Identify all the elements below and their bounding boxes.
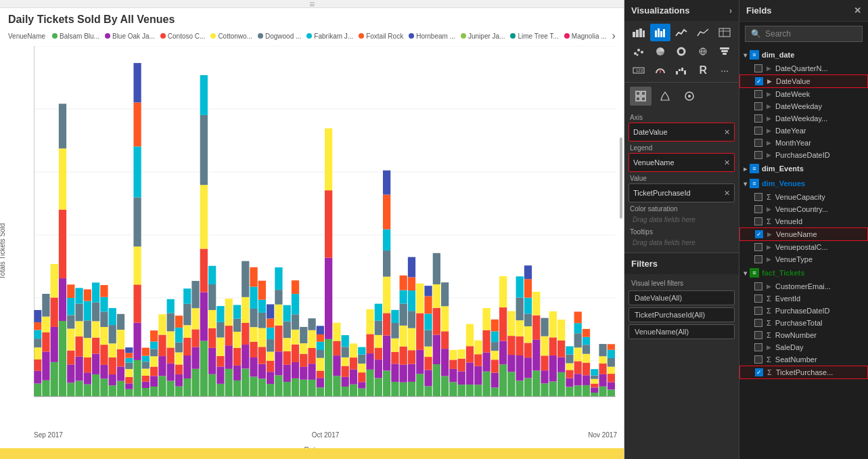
field-checkbox[interactable] [755, 230, 763, 238]
svg-rect-349 [507, 311, 515, 336]
viz-icon-table[interactable] [714, 24, 735, 41]
field-checkbox[interactable] [754, 64, 762, 72]
field-checkbox[interactable] [754, 343, 762, 351]
viz-icon-column[interactable] [650, 24, 670, 41]
field-checkbox[interactable] [754, 282, 762, 290]
svg-rect-222 [317, 387, 324, 396]
format-tab[interactable] [654, 87, 676, 106]
legend-value-box[interactable]: VenueName ✕ [629, 153, 735, 172]
viz-icon-r[interactable]: R [693, 62, 713, 79]
field-item[interactable]: ΣVenueCapacity [739, 191, 868, 203]
field-checkbox[interactable] [754, 255, 762, 263]
field-item[interactable]: ▶SaleDay [739, 341, 868, 353]
viz-icon-funnel[interactable] [714, 43, 735, 60]
field-checkbox[interactable] [754, 319, 762, 327]
svg-rect-118 [167, 313, 175, 331]
field-item[interactable]: ΣVenueId [739, 215, 868, 227]
field-item[interactable]: ΣPurchaseDateID [739, 305, 868, 317]
svg-rect-213 [300, 367, 307, 380]
axis-remove[interactable]: ✕ [724, 128, 730, 137]
filter-item-date[interactable]: DateValue(All) [629, 290, 735, 305]
field-checkbox[interactable] [754, 294, 762, 303]
value-well: Value TicketPurchaseId ✕ [629, 175, 735, 202]
field-checkbox[interactable] [755, 77, 763, 85]
filter-item-ticket[interactable]: TicketPurchaseId(All) [629, 307, 735, 322]
value-box[interactable]: TicketPurchaseId ✕ [629, 183, 735, 202]
svg-rect-39 [67, 328, 74, 350]
svg-rect-399 [583, 337, 590, 345]
field-item[interactable]: ▶VenueName [739, 227, 868, 241]
viz-icon-stacked-bar[interactable] [629, 24, 649, 41]
viz-icon-donut[interactable] [672, 43, 692, 60]
fields-tab[interactable] [630, 87, 652, 106]
viz-icon-more[interactable]: ··· [714, 62, 735, 79]
legend-remove[interactable]: ✕ [724, 158, 730, 167]
group-header-2[interactable]: ▾≡dim_Venues [739, 176, 868, 191]
svg-rect-243 [342, 335, 349, 347]
field-item[interactable]: ▶DateYear [739, 125, 868, 137]
viz-icon-pie[interactable] [650, 43, 670, 60]
field-item[interactable]: ▶PurchaseDateID [739, 149, 868, 161]
field-item[interactable]: ▶VenuepostalC... [739, 241, 868, 253]
svg-rect-326 [466, 324, 474, 347]
field-checkbox[interactable] [754, 243, 762, 251]
scroll-handle[interactable] [620, 137, 622, 219]
field-item[interactable]: ▶DateQuarterN... [739, 62, 868, 74]
value-remove[interactable]: ✕ [724, 189, 730, 198]
field-item[interactable]: ▶VenueType [739, 253, 868, 265]
field-item[interactable]: ▶DateWeekday [739, 100, 868, 112]
field-checkbox[interactable] [754, 331, 762, 339]
field-item[interactable]: ΣPurchaseTotal [739, 317, 868, 329]
svg-rect-255 [366, 353, 373, 370]
field-checkbox[interactable] [754, 205, 762, 213]
svg-rect-290 [408, 290, 415, 311]
viz-icon-map[interactable] [693, 43, 713, 60]
viz-icon-waterfall[interactable] [672, 62, 692, 79]
field-checkbox[interactable] [754, 127, 762, 135]
field-item[interactable]: ▶VenueCountry... [739, 203, 868, 215]
viz-icon-scatter[interactable] [629, 43, 649, 60]
field-checkbox[interactable] [754, 193, 762, 201]
field-item[interactable]: ▶CustomerEmai... [739, 280, 868, 292]
visualizations-chevron[interactable]: › [729, 6, 732, 16]
filter-item-venue[interactable]: VenueName(All) [629, 324, 735, 339]
field-item[interactable]: ΣSeatNumber [739, 353, 868, 366]
field-checkbox[interactable] [754, 102, 762, 110]
field-checkbox[interactable] [754, 217, 762, 225]
legend-scroll-right[interactable]: › [612, 30, 616, 42]
field-item[interactable]: ▶DateWeek [739, 88, 868, 100]
svg-rect-215 [300, 343, 307, 354]
group-header-1[interactable]: ▸≡dim_Events [739, 161, 868, 176]
field-item[interactable]: ▶DateValue [739, 74, 868, 88]
group-header-0[interactable]: ▾≡dim_date [739, 47, 868, 62]
analytics-tab[interactable] [679, 87, 700, 106]
field-checkbox[interactable] [754, 307, 762, 315]
group-header-3[interactable]: ▾≡fact_Tickets [739, 265, 868, 280]
svg-rect-84 [125, 363, 133, 369]
fields-search-box[interactable]: 🔍 [745, 26, 863, 42]
svg-rect-141 [200, 185, 208, 248]
field-checkbox[interactable] [754, 151, 762, 159]
field-item[interactable]: ΣEventId [739, 292, 868, 305]
viz-icon-gauge[interactable] [650, 62, 670, 79]
field-checkbox[interactable] [754, 114, 762, 123]
field-checkbox[interactable] [754, 139, 762, 147]
fields-close[interactable]: ✕ [854, 5, 861, 16]
viz-icons-grid: 123 R ··· [624, 21, 739, 82]
svg-rect-355 [516, 276, 524, 297]
svg-rect-340 [491, 331, 499, 342]
field-checkbox[interactable] [754, 90, 762, 98]
viz-icon-area[interactable] [693, 24, 713, 41]
field-item[interactable]: ΣRowNumber [739, 329, 868, 341]
svg-rect-205 [292, 378, 299, 397]
field-checkbox[interactable] [755, 368, 763, 376]
search-input[interactable] [765, 29, 856, 39]
field-item[interactable]: ΣTicketPurchase... [739, 366, 868, 379]
field-item[interactable]: ▶MonthYear [739, 137, 868, 149]
field-checkbox[interactable] [754, 355, 762, 364]
legend-item: Lime Tree T... [510, 32, 558, 40]
axis-value-box[interactable]: DateValue ✕ [629, 123, 735, 141]
viz-icon-line[interactable] [672, 24, 692, 41]
field-item[interactable]: ▶DateWeekday... [739, 112, 868, 125]
viz-icon-card[interactable]: 123 [629, 62, 649, 79]
